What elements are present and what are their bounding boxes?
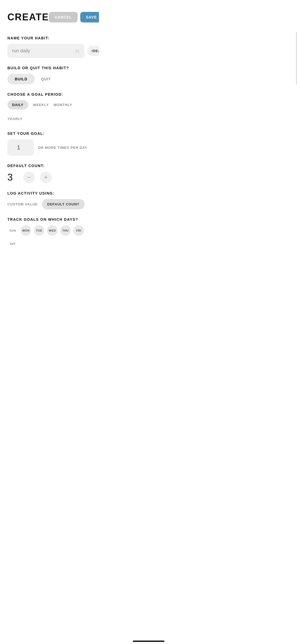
- day-sat-button[interactable]: SAT: [7, 238, 18, 249]
- name-input-wrapper: 31: [7, 44, 84, 58]
- header: CREATE CANCEL SAVE: [7, 0, 92, 28]
- period-yearly-button[interactable]: YEARLY: [7, 114, 23, 123]
- page-title: CREATE: [7, 12, 49, 23]
- habit-type-label: BUILD OR QUIT THIS HABIT?: [7, 66, 92, 70]
- char-count: 31: [76, 49, 80, 53]
- goal-input[interactable]: [7, 139, 34, 156]
- day-fri-button[interactable]: FRI: [73, 225, 84, 236]
- name-section: NAME YOUR HABIT: 31 IDEAS: [7, 36, 92, 58]
- period-weekly-button[interactable]: WEEKLY: [33, 100, 49, 109]
- goal-label: SET YOUR GOAL:: [7, 131, 92, 136]
- goal-period-section: CHOOSE A GOAL PERIOD: DAILY WEEKLY MONTH…: [7, 92, 92, 123]
- name-input-row: 31 IDEAS: [7, 44, 92, 58]
- habit-type-toggle-row: BUILD QUIT: [7, 74, 92, 84]
- period-row: DAILY WEEKLY MONTHLY YEARLY: [7, 100, 92, 123]
- build-button[interactable]: BUILD: [7, 74, 35, 84]
- decrement-button[interactable]: −: [23, 172, 35, 183]
- save-button[interactable]: SAVE: [80, 12, 99, 22]
- day-tue-button[interactable]: TUE: [34, 225, 44, 236]
- day-sun-button[interactable]: SUN: [7, 225, 18, 236]
- goal-unit-text: OR MORE TIMES PER DAY: [38, 146, 87, 150]
- ideas-button[interactable]: IDEAS: [87, 46, 99, 56]
- default-count-section: DEFAULT COUNT: 3 − +: [7, 164, 92, 183]
- header-buttons: CANCEL SAVE: [49, 12, 99, 22]
- log-activity-section: LOG ACTIVITY USING: CUSTOM VALUE DEFAULT…: [7, 191, 92, 209]
- quit-button[interactable]: QUIT: [41, 74, 51, 84]
- goal-period-label: CHOOSE A GOAL PERIOD:: [7, 92, 92, 96]
- period-monthly-button[interactable]: MONTHLY: [54, 100, 72, 109]
- goal-row: OR MORE TIMES PER DAY: [7, 139, 92, 156]
- day-mon-button[interactable]: MON: [21, 225, 31, 236]
- default-count-button[interactable]: DEFAULT COUNT: [42, 199, 85, 209]
- period-daily-button[interactable]: DAILY: [7, 100, 28, 109]
- track-days-section: TRACK GOALS ON WHICH DAYS? SUN MON TUE W…: [7, 217, 92, 249]
- habit-type-section: BUILD OR QUIT THIS HABIT? BUILD QUIT: [7, 66, 92, 84]
- count-value: 3: [7, 172, 18, 183]
- habit-name-input[interactable]: [12, 48, 73, 54]
- log-row: CUSTOM VALUE DEFAULT COUNT: [7, 199, 92, 209]
- goal-section: SET YOUR GOAL: OR MORE TIMES PER DAY: [7, 131, 92, 156]
- cancel-button[interactable]: CANCEL: [49, 12, 77, 22]
- log-activity-label: LOG ACTIVITY USING:: [7, 191, 92, 195]
- count-row: 3 − +: [7, 172, 92, 183]
- days-row: SUN MON TUE WED THU FRI SAT: [7, 225, 92, 249]
- default-count-label: DEFAULT COUNT:: [7, 164, 92, 168]
- track-days-label: TRACK GOALS ON WHICH DAYS?: [7, 217, 92, 222]
- custom-value-button[interactable]: CUSTOM VALUE: [7, 200, 38, 209]
- day-wed-button[interactable]: WED: [47, 225, 58, 236]
- increment-button[interactable]: +: [40, 172, 52, 183]
- name-label: NAME YOUR HABIT:: [7, 36, 92, 40]
- day-thu-button[interactable]: THU: [60, 225, 71, 236]
